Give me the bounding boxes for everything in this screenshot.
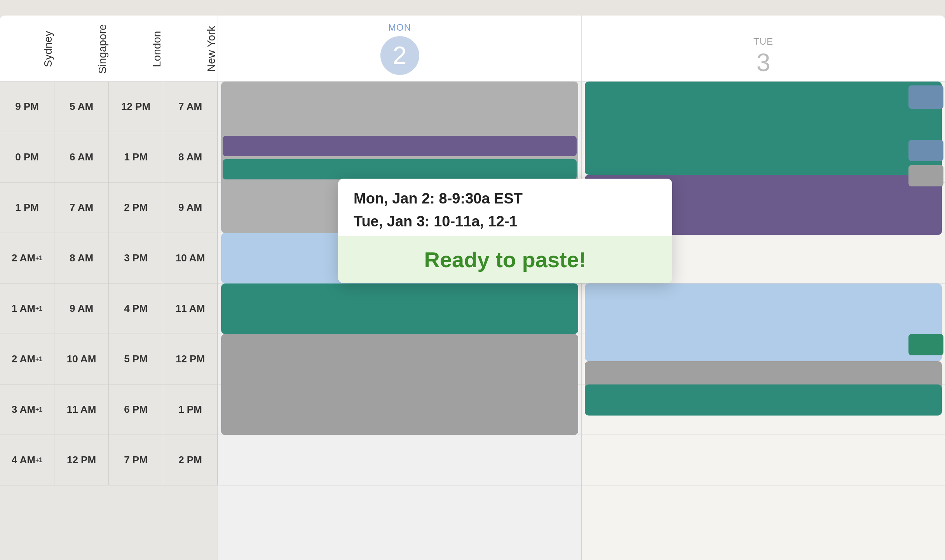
tooltip-line1: Mon, Jan 2: 8-9:30a EST: [354, 190, 657, 207]
event-darkgreen-tue[interactable]: [908, 334, 943, 355]
event-purple-mon[interactable]: [223, 136, 577, 156]
time-col-sydney: 9 PM 0 PM 1 PM 2 AM+1 1 AM+1 2 AM+1 3 AM…: [0, 82, 54, 560]
time-cell: 2 AM+1: [0, 233, 54, 283]
event-teal-mon-2[interactable]: [221, 283, 578, 334]
time-cell: 12 PM: [163, 334, 218, 384]
timezone-headers: Sydney Singapore London New York: [0, 16, 218, 81]
time-cell: 5 PM: [109, 334, 163, 384]
day-number-mon[interactable]: 2: [380, 36, 419, 75]
time-columns: 9 PM 0 PM 1 PM 2 AM+1 1 AM+1 2 AM+1 3 AM…: [0, 82, 218, 560]
time-cell: 5 AM: [54, 82, 109, 132]
calendar-header: Sydney Singapore London New York MON 2 T…: [0, 16, 945, 82]
time-cell: 12 PM: [54, 435, 109, 485]
time-cell: 6 PM: [109, 384, 163, 435]
day-col-mon: [218, 82, 581, 560]
time-cell: 2 AM+1: [0, 334, 54, 384]
event-darkteal-tue[interactable]: [585, 384, 942, 416]
time-cell: 2 PM: [163, 435, 218, 485]
time-cell: 0 PM: [0, 132, 54, 183]
day-col-tue: [581, 82, 945, 560]
event-teal-tue-1[interactable]: [585, 82, 942, 175]
event-steelblue-tue-1[interactable]: [908, 85, 943, 109]
time-col-singapore: 5 AM 6 AM 7 AM 8 AM 9 AM 10 AM 11 AM 12 …: [54, 82, 109, 560]
time-cell: 10 AM: [163, 233, 218, 283]
time-cell: 1 AM+1: [0, 283, 54, 334]
time-cell: 7 AM: [163, 82, 218, 132]
ready-to-paste-section: Ready to paste!: [338, 236, 672, 283]
tooltip-line2: Tue, Jan 3: 10-11a, 12-1: [354, 213, 657, 230]
time-cell: 1 PM: [109, 132, 163, 183]
time-cell: 7 PM: [109, 435, 163, 485]
day-name-tue: TUE: [753, 36, 773, 47]
event-lightblue-tue[interactable]: [585, 283, 942, 361]
tz-newyork: New York: [163, 16, 218, 78]
tz-sydney: Sydney: [0, 16, 54, 78]
tooltip-popup: Mon, Jan 2: 8-9:30a EST Tue, Jan 3: 10-1…: [338, 179, 672, 283]
time-cell: 9 PM: [0, 82, 54, 132]
day-headers: MON 2 TUE 3: [218, 16, 945, 81]
time-cell: 3 AM+1: [0, 384, 54, 435]
time-cell: 3 PM: [109, 233, 163, 283]
time-cell: 10 AM: [54, 334, 109, 384]
calendar-container: Sydney Singapore London New York MON 2 T…: [0, 16, 945, 560]
event-steelblue-tue-2[interactable]: [908, 140, 943, 161]
day-header-tue[interactable]: TUE 3: [581, 16, 945, 81]
time-cell: 9 AM: [54, 283, 109, 334]
time-cell: 8 AM: [54, 233, 109, 283]
time-cell: 1 PM: [163, 384, 218, 435]
event-gray-mon-2[interactable]: [221, 334, 578, 435]
days-grid: [218, 82, 945, 560]
time-cell: 9 AM: [163, 183, 218, 233]
time-col-london: 12 PM 1 PM 2 PM 3 PM 4 PM 5 PM 6 PM 7 PM: [109, 82, 163, 560]
time-cell: 8 AM: [163, 132, 218, 183]
event-teal-mon-1[interactable]: [223, 159, 577, 179]
time-cell: 7 AM: [54, 183, 109, 233]
day-header-mon[interactable]: MON 2: [218, 16, 581, 81]
time-cell: 4 AM+1: [0, 435, 54, 485]
time-cell: 4 PM: [109, 283, 163, 334]
tz-london: London: [109, 16, 163, 78]
time-cell: 1 PM: [0, 183, 54, 233]
time-cell: 12 PM: [109, 82, 163, 132]
time-cell: 2 PM: [109, 183, 163, 233]
day-number-tue: 3: [757, 50, 771, 75]
ready-to-paste-text: Ready to paste!: [354, 247, 657, 272]
calendar-body: 9 PM 0 PM 1 PM 2 AM+1 1 AM+1 2 AM+1 3 AM…: [0, 82, 945, 560]
event-gray-tue[interactable]: [908, 165, 943, 186]
time-col-newyork: 7 AM 8 AM 9 AM 10 AM 11 AM 12 PM 1 PM 2 …: [163, 82, 218, 560]
time-cell: 11 AM: [54, 384, 109, 435]
time-cell: 11 AM: [163, 283, 218, 334]
day-name-mon: MON: [388, 22, 411, 33]
tz-singapore: Singapore: [54, 16, 109, 78]
time-cell: 6 AM: [54, 132, 109, 183]
